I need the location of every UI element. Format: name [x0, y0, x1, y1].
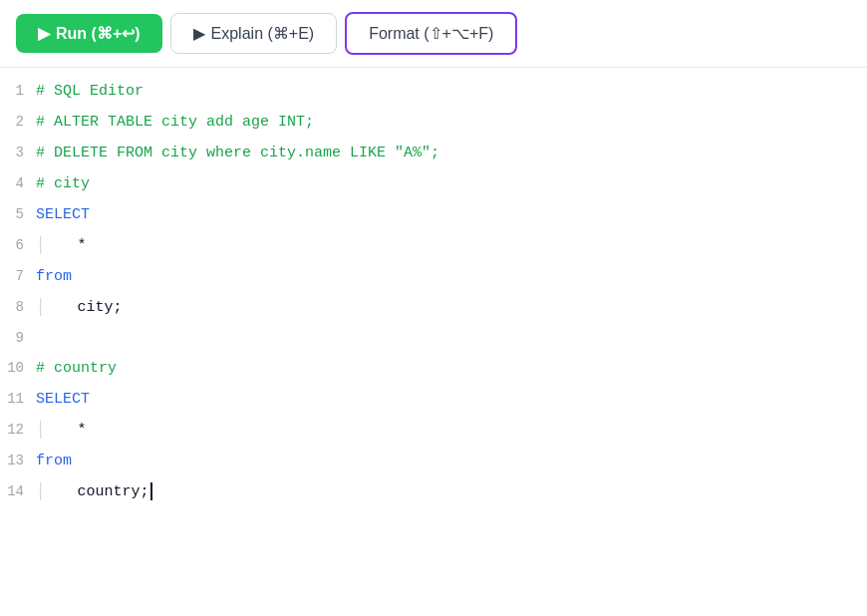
line-content: │city; — [36, 294, 123, 322]
toolbar: ▶ Run (⌘+↩) ▶ Explain (⌘+E) Format (⇧+⌥+… — [0, 0, 867, 68]
indent-pipe: │ — [36, 482, 46, 500]
run-button[interactable]: ▶ Run (⌘+↩) — [16, 14, 162, 53]
line-number: 13 — [0, 447, 36, 474]
line-number: 5 — [0, 200, 36, 228]
indent-pipe: │ — [36, 421, 46, 439]
line-number: 8 — [0, 293, 36, 321]
line-content: from — [36, 263, 72, 291]
line-number: 12 — [0, 416, 36, 444]
editor-area[interactable]: 1# SQL Editor2# ALTER TABLE city add age… — [0, 68, 867, 515]
explain-play-icon: ▶ — [193, 24, 205, 43]
line-number: 10 — [0, 354, 36, 382]
line-content — [36, 329, 46, 347]
code-line: 5SELECT — [0, 199, 867, 230]
code-line: 10# country — [0, 353, 867, 384]
code-line: 1# SQL Editor — [0, 76, 867, 107]
comment-text: # country — [36, 360, 117, 377]
plain-text: country; — [78, 483, 152, 500]
code-line: 3# DELETE FROM city where city.name LIKE… — [0, 138, 867, 168]
indent-pipe: │ — [36, 236, 46, 254]
run-label: Run (⌘+↩) — [56, 24, 141, 43]
line-number: 6 — [0, 231, 36, 259]
line-content: # ALTER TABLE city add age INT; — [36, 109, 314, 137]
text-cursor — [150, 482, 152, 500]
code-line: 7from — [0, 261, 867, 292]
line-content: # SQL Editor — [36, 78, 144, 106]
line-content: # city — [36, 170, 90, 198]
line-number: 9 — [0, 324, 36, 352]
line-content: │* — [36, 232, 87, 260]
keyword-text: from — [36, 268, 72, 285]
code-line: 12│* — [0, 415, 867, 446]
indent-pipe: │ — [36, 298, 46, 316]
keyword-text: SELECT — [36, 391, 90, 408]
line-number: 3 — [0, 139, 36, 166]
run-icon: ▶ — [38, 24, 50, 43]
comment-text: # ALTER TABLE city add age INT; — [36, 114, 314, 131]
line-content: │country; — [36, 478, 152, 506]
code-line: 4# city — [0, 168, 867, 199]
line-content: # country — [36, 355, 117, 383]
comment-text: # DELETE FROM city where city.name LIKE … — [36, 145, 439, 161]
line-content: SELECT — [36, 386, 90, 414]
keyword-text: SELECT — [36, 206, 90, 223]
line-content: from — [36, 448, 72, 475]
plain-text: * — [78, 422, 87, 439]
code-line: 11SELECT — [0, 384, 867, 415]
line-number: 4 — [0, 169, 36, 197]
plain-text: * — [78, 237, 87, 254]
line-number: 14 — [0, 477, 36, 505]
comment-text: # city — [36, 175, 90, 192]
explain-button[interactable]: ▶ Explain (⌘+E) — [170, 13, 338, 54]
code-line: 13from — [0, 446, 867, 476]
code-line: 6│* — [0, 230, 867, 261]
code-line: 8│city; — [0, 292, 867, 323]
line-content: │* — [36, 417, 87, 445]
line-number: 11 — [0, 385, 36, 413]
explain-label: Explain (⌘+E) — [211, 24, 315, 43]
code-line: 14│country; — [0, 476, 867, 507]
line-number: 7 — [0, 262, 36, 290]
line-number: 1 — [0, 77, 36, 105]
line-content: SELECT — [36, 201, 90, 229]
plain-text: city; — [78, 299, 123, 316]
line-number: 2 — [0, 108, 36, 136]
code-line: 9 — [0, 323, 867, 353]
keyword-text: from — [36, 453, 72, 469]
format-label: Format (⇧+⌥+F) — [369, 24, 493, 43]
comment-text: # SQL Editor — [36, 83, 144, 100]
code-line: 2# ALTER TABLE city add age INT; — [0, 107, 867, 138]
line-content: # DELETE FROM city where city.name LIKE … — [36, 140, 439, 167]
format-button[interactable]: Format (⇧+⌥+F) — [345, 12, 517, 55]
